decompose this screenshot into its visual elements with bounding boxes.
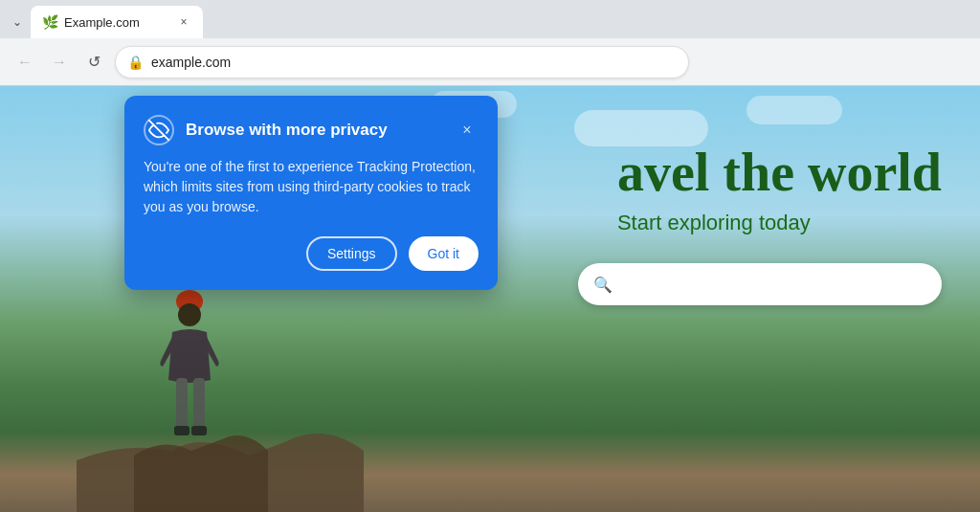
- hero-text-block: avel the world Start exploring today: [617, 144, 942, 235]
- page-content: avel the world Start exploring today 🔍: [0, 86, 980, 512]
- cloud-3: [574, 110, 708, 146]
- svg-point-1: [178, 303, 201, 326]
- tab-favicon: 🌿: [42, 14, 58, 30]
- site-lock-icon: 🔒: [127, 55, 144, 70]
- address-bar[interactable]: 🔒: [115, 46, 689, 78]
- popup-body-text: You're one of the first to experience Tr…: [144, 157, 479, 217]
- cloud-4: [746, 96, 842, 124]
- reload-button[interactable]: ↺: [80, 49, 107, 76]
- omnibox-bar: ← → ↺ 🔒: [0, 38, 980, 86]
- tab-bar: ⌄ 🌿 Example.com ×: [0, 0, 980, 38]
- hero-subtext: Start exploring today: [617, 211, 942, 235]
- url-input[interactable]: [151, 55, 677, 70]
- tab-close-button[interactable]: ×: [176, 14, 191, 30]
- popup-actions: Settings Got it: [144, 236, 479, 271]
- popup-title: Browse with more privacy: [186, 121, 444, 140]
- hero-search-icon: 🔍: [593, 276, 612, 294]
- got-it-button[interactable]: Got it: [409, 236, 479, 271]
- tab-title: Example.com: [64, 15, 170, 30]
- privacy-icon: [144, 115, 174, 145]
- cliff-rock: [77, 403, 364, 512]
- hero-search-bar[interactable]: 🔍: [578, 263, 942, 305]
- browser-tab-active[interactable]: 🌿 Example.com ×: [31, 6, 203, 38]
- hero-headline: avel the world: [617, 144, 942, 203]
- popup-header: Browse with more privacy ×: [144, 115, 479, 145]
- privacy-popup: Browse with more privacy × You're one of…: [124, 96, 498, 290]
- back-button[interactable]: ←: [11, 49, 38, 76]
- settings-button[interactable]: Settings: [306, 236, 397, 271]
- browser-chrome: ⌄ 🌿 Example.com × ← → ↺ 🔒: [0, 0, 980, 86]
- popup-close-button[interactable]: ×: [456, 119, 479, 142]
- forward-button[interactable]: →: [46, 49, 73, 76]
- tab-list-arrow[interactable]: ⌄: [8, 12, 27, 32]
- hero-search-input[interactable]: [620, 277, 926, 292]
